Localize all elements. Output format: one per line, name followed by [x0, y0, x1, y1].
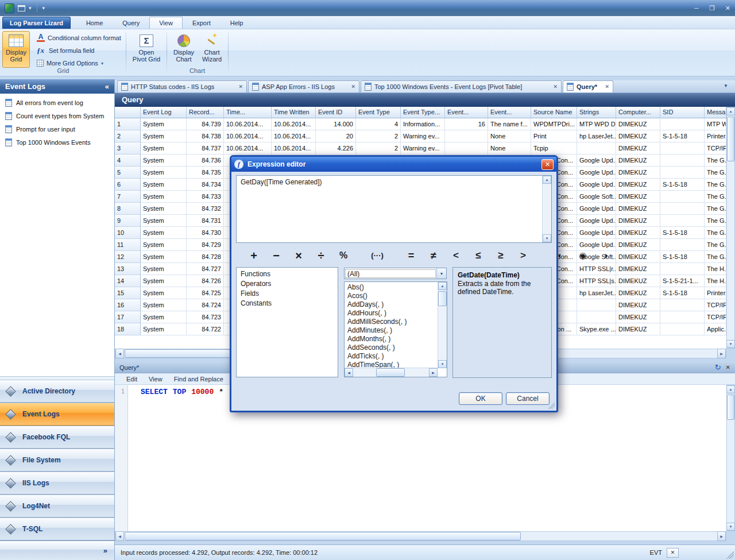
grid-cell[interactable] [660, 323, 705, 335]
grid-cell[interactable]: 10.06.2014... [272, 130, 316, 142]
grid-cell[interactable]: The G... [705, 179, 726, 191]
row-number[interactable]: 15 [115, 287, 141, 299]
saved-query-item[interactable]: All errors from event log [0, 96, 114, 109]
grid-cell[interactable]: 84.733 [187, 191, 224, 203]
function-item[interactable]: AddMilliSeconds(, ) [345, 318, 438, 326]
grid-cell[interactable]: DIMEKUZ [616, 311, 660, 323]
display-chart-button[interactable]: Display Chart [170, 31, 198, 68]
refresh-icon[interactable]: ↻ [715, 363, 721, 372]
grid-cell[interactable]: DIMEKUZ [616, 191, 660, 203]
grid-cell[interactable]: DIMEKUZ [616, 251, 660, 263]
grid-cell[interactable] [660, 155, 705, 167]
grid-cell[interactable]: The G... [705, 227, 726, 239]
saved-query-item[interactable]: Count event types from System [0, 109, 114, 122]
scrollbar-thumb[interactable] [727, 395, 734, 420]
grid-vertical-scrollbar[interactable]: ▲ ▼ [726, 107, 735, 349]
row-number[interactable]: 10 [115, 227, 141, 239]
grid-cell[interactable]: DIMEKUZ [616, 142, 660, 155]
expression-input[interactable]: GetDay([Time Generated]) ▲ ▼ [236, 175, 552, 243]
dialog-titlebar[interactable]: ƒ Expression editor ✕ [231, 157, 556, 172]
category-item[interactable]: Constants [237, 299, 338, 308]
ribbon-tab-home[interactable]: Home [76, 17, 113, 29]
grid-cell[interactable] [577, 142, 616, 155]
scrollbar-thumb[interactable] [376, 368, 405, 377]
ok-button[interactable]: OK [459, 392, 502, 405]
restore-button[interactable]: ❐ [709, 5, 715, 12]
display-grid-button[interactable]: Display Grid [2, 31, 30, 68]
grid-cell[interactable]: 84.737 [187, 142, 224, 155]
operator-button[interactable]: × [291, 248, 306, 263]
nav-group-iis-logs[interactable]: IIS Logs [0, 472, 114, 495]
grid-column-header[interactable]: Computer... [616, 107, 660, 118]
application-menu-button[interactable]: Log Parser Lizard [2, 17, 71, 29]
function-item[interactable]: Acos() [345, 292, 438, 300]
operator-button[interactable]: ÷ [314, 248, 328, 263]
nav-group-active-directory[interactable]: Active Directory [0, 380, 114, 403]
category-item[interactable]: Operators [237, 279, 338, 289]
row-number[interactable]: 18 [115, 323, 141, 335]
grid-cell[interactable]: 10.06.2014... [224, 118, 272, 130]
grid-cell[interactable]: Print [531, 130, 577, 142]
grid-cell[interactable]: DIMEKUZ [616, 167, 660, 179]
nav-group-facebook-fql[interactable]: Facebook FQL [0, 426, 114, 449]
scroll-down-icon[interactable]: ▼ [726, 340, 735, 348]
grid-cell[interactable]: DIMEKUZ [616, 239, 660, 251]
grid-cell[interactable]: The G... [705, 215, 726, 227]
grid-cell[interactable]: Warning ev... [401, 142, 445, 155]
row-number[interactable]: 14 [115, 275, 141, 287]
grid-cell[interactable]: S-1-5-21-1... [660, 275, 705, 287]
row-number[interactable]: 16 [115, 299, 141, 311]
operator-button[interactable]: = [404, 248, 419, 263]
grid-cell[interactable]: The name f... [488, 118, 531, 130]
scroll-right-icon[interactable]: ▶ [429, 368, 438, 377]
grid-cell[interactable]: The G... [705, 167, 726, 179]
scroll-up-icon[interactable]: ▲ [438, 282, 447, 290]
scroll-up-icon[interactable]: ▲ [726, 107, 735, 115]
grid-cell[interactable]: DIMEKUZ [616, 215, 660, 227]
set-formula-field-button[interactable]: ƒx Set formula field [34, 45, 96, 56]
grid-cell[interactable]: MTP WPD D... [577, 118, 616, 130]
grid-cell[interactable] [577, 299, 616, 311]
combo-dropdown-icon[interactable]: ▼ [436, 268, 446, 279]
window-icon[interactable] [18, 5, 25, 11]
grid-column-header[interactable]: Event Log [141, 107, 187, 118]
grid-cell[interactable]: System [141, 311, 187, 323]
expand-icon[interactable]: » [103, 546, 107, 555]
grid-cell[interactable]: Google Upd... [577, 215, 616, 227]
editor-horizontal-scrollbar[interactable]: ◀ ▶ [115, 531, 726, 541]
grid-cell[interactable]: 10.06.2014... [224, 130, 272, 142]
function-item[interactable]: AddTimeSpan(, ) [345, 361, 438, 368]
grid-cell[interactable]: 84.730 [187, 227, 224, 239]
grid-cell[interactable]: Google Upd... [577, 167, 616, 179]
menu-view[interactable]: View [143, 376, 168, 383]
grid-cell[interactable]: 2 [356, 130, 401, 142]
grid-cell[interactable]: 2 [356, 142, 401, 155]
grid-column-header[interactable]: Messa... [705, 107, 726, 118]
function-list-horizontal-scrollbar[interactable]: ◀ ▶ [345, 368, 438, 377]
grid-cell[interactable]: MTP W... [705, 118, 726, 130]
grid-cell[interactable]: 84.722 [187, 323, 224, 335]
grid-cell[interactable]: 84.723 [187, 311, 224, 323]
grid-cell[interactable] [445, 130, 488, 142]
grid-cell[interactable]: DIMEKUZ [616, 227, 660, 239]
grid-cell[interactable]: System [141, 130, 187, 142]
close-tab-icon[interactable]: ✕ [238, 84, 243, 90]
grid-cell[interactable] [577, 311, 616, 323]
grid-cell[interactable]: 84.734 [187, 179, 224, 191]
grid-cell[interactable]: Warning ev... [401, 130, 445, 142]
grid-cell[interactable]: System [141, 142, 187, 155]
grid-column-header[interactable] [115, 107, 141, 118]
menu-find-and-replace[interactable]: Find and Replace [168, 376, 229, 383]
grid-cell[interactable]: DIMEKUZ [616, 263, 660, 275]
scroll-down-icon[interactable]: ▼ [438, 360, 447, 368]
grid-cell[interactable]: TCP/IP... [705, 299, 726, 311]
grid-cell[interactable]: hp LaserJet... [577, 287, 616, 299]
grid-column-header[interactable]: Time Written [272, 107, 316, 118]
grid-cell[interactable]: System [141, 227, 187, 239]
operator-button[interactable]: > [516, 248, 531, 263]
grid-cell[interactable]: None [488, 130, 531, 142]
function-list-vertical-scrollbar[interactable]: ▲ ▼ [438, 282, 447, 368]
scroll-left-icon[interactable]: ◀ [345, 368, 353, 377]
expression-scrollbar[interactable]: ▲ ▼ [542, 176, 551, 242]
app-logo-icon[interactable] [5, 3, 14, 13]
